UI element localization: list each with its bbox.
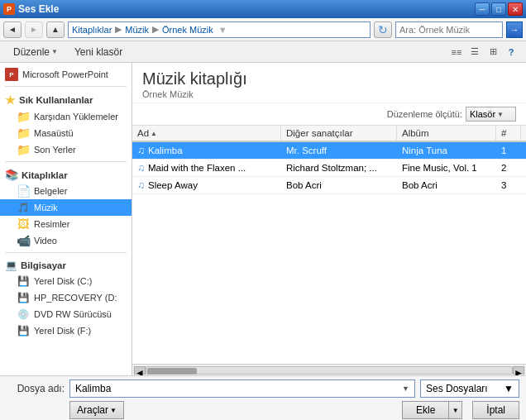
sort-dropdown-arrow: ▼ xyxy=(497,111,504,118)
refresh-button[interactable]: ↻ xyxy=(374,21,392,38)
filename-row: Dosya adı: Kalimba ▼ Ses Dosyaları ▼ xyxy=(7,379,519,398)
close-button[interactable]: ✕ xyxy=(508,2,523,16)
sidebar-item-powerpoint[interactable]: P Microsoft PowerPoint xyxy=(0,66,132,83)
add-dropdown-button[interactable]: ▼ xyxy=(449,401,462,419)
row-1-artist: Mr. Scruff xyxy=(281,142,397,159)
action-row: Araçlar ▼ Ekle ▼ İptal xyxy=(7,401,519,419)
sidebar-item-video[interactable]: 📹 Video xyxy=(0,232,132,249)
window-controls[interactable]: ─ □ ✕ xyxy=(475,2,523,16)
path-ornek-muzik[interactable]: Örnek Müzik xyxy=(162,25,213,35)
tools-button[interactable]: Araçlar ▼ xyxy=(69,401,124,419)
music-note-icon-3: ♫ xyxy=(137,179,145,191)
tools-button-group: Araçlar ▼ xyxy=(69,401,124,419)
col-album[interactable]: Albüm xyxy=(397,126,496,141)
address-box[interactable]: Kitaplıklar ▶ Müzik ▶ Örnek Müzik ▼ xyxy=(68,21,371,38)
computer-header[interactable]: 💻 Bilgisayar xyxy=(0,256,132,273)
sort-arrow-name: ▲ xyxy=(151,130,157,137)
tools-dropdown-arrow: ▼ xyxy=(110,407,117,414)
col-artist[interactable]: Diğer sanatçılar xyxy=(281,126,397,141)
muzik-icon: 🎵 xyxy=(17,201,30,214)
sidebar-item-recent[interactable]: 📁 Son Yerler xyxy=(0,141,132,158)
row-1-album: Ninja Tuna xyxy=(397,142,496,159)
address-bar: ◄ ► ▲ Kitaplıklar ▶ Müzik ▶ Örnek Müzik … xyxy=(0,18,526,41)
search-go-button[interactable]: → xyxy=(506,21,523,38)
music-note-icon-1: ♫ xyxy=(137,145,145,156)
sidebar-divider-1 xyxy=(5,86,127,87)
dvd-icon: 💿 xyxy=(17,308,30,321)
file-table: Ad ▲ Diğer sanatçılar Albüm # Başl xyxy=(132,126,526,364)
filename-dropdown-arrow: ▼ xyxy=(402,384,409,393)
filename-label: Dosya adı: xyxy=(7,383,65,394)
view-list-button[interactable]: ≡≡ xyxy=(448,44,465,60)
table-header: Ad ▲ Diğer sanatçılar Albüm # Başl xyxy=(132,126,526,142)
resimler-icon: 🖼 xyxy=(17,217,30,231)
sidebar-item-dvd[interactable]: 💿 DVD RW Sürücüsü xyxy=(0,306,132,322)
scroll-left-button[interactable]: ◄ xyxy=(134,366,146,375)
sidebar-item-f-drive[interactable]: 💾 Yerel Disk (F:) xyxy=(0,322,132,339)
path-kitapliklar[interactable]: Kitaplıklar xyxy=(72,25,112,35)
downloads-folder-icon: 📁 xyxy=(17,110,30,123)
sidebar-item-muzik[interactable]: 🎵 Müzik xyxy=(0,199,132,216)
content-area: Müzik kitaplığı Örnek Müzik Düzenleme öl… xyxy=(132,63,526,375)
scroll-thumb[interactable] xyxy=(147,368,197,375)
sidebar-item-c-drive[interactable]: 💾 Yerel Disk (C:) xyxy=(0,273,132,289)
path-muzik[interactable]: Müzik xyxy=(125,25,149,35)
video-icon: 📹 xyxy=(17,234,30,247)
libraries-header[interactable]: 📚 Kitaplıklar xyxy=(0,165,132,183)
filetype-select[interactable]: Ses Dosyaları ▼ xyxy=(420,379,519,398)
row-1-name: ♫ Kalimba xyxy=(132,142,281,159)
row-3-start: Slee xyxy=(521,177,526,193)
sidebar-divider-3 xyxy=(5,252,127,253)
row-2-start: Maid xyxy=(521,160,526,176)
horizontal-scrollbar[interactable]: ◄ ► xyxy=(132,364,526,375)
content-header: Müzik kitaplığı Örnek Müzik xyxy=(132,63,526,103)
table-row[interactable]: ♫ Kalimba Mr. Scruff Ninja Tuna 1 Kalim xyxy=(132,142,526,160)
up-button[interactable]: ▲ xyxy=(46,21,65,38)
back-button[interactable]: ◄ xyxy=(3,21,22,38)
favorites-header[interactable]: ★ Sık Kullanılanlar xyxy=(0,90,132,108)
sidebar-item-d-drive[interactable]: 💾 HP_RECOVERY (D: xyxy=(0,289,132,306)
main-area: P Microsoft PowerPoint ★ Sık Kullanılanl… xyxy=(0,63,526,375)
sidebar-item-desktop[interactable]: 📁 Masaüstü xyxy=(0,125,132,141)
cancel-button[interactable]: İptal xyxy=(472,401,519,419)
minimize-button[interactable]: ─ xyxy=(475,2,490,16)
window-title: Ses Ekle xyxy=(18,3,59,15)
d-drive-icon: 💾 xyxy=(17,291,30,304)
row-2-album: Fine Music, Vol. 1 xyxy=(397,160,496,176)
add-button-group: Ekle ▼ xyxy=(402,401,462,419)
table-row[interactable]: ♫ Sleep Away Bob Acri Bob Acri 3 Slee xyxy=(132,177,526,194)
view-grid-button[interactable]: ⊞ xyxy=(485,44,501,60)
maximize-button[interactable]: □ xyxy=(491,2,506,16)
new-folder-button[interactable]: Yeni klasör xyxy=(68,44,129,60)
sidebar-item-resimler[interactable]: 🖼 Resimler xyxy=(0,216,132,232)
favorites-icon: ★ xyxy=(5,93,16,107)
f-drive-icon: 💾 xyxy=(17,324,30,337)
sort-label: Düzenleme ölçütü: xyxy=(387,109,462,119)
forward-button[interactable]: ► xyxy=(25,21,43,38)
organize-dropdown-arrow: ▼ xyxy=(51,48,58,55)
scroll-right-button[interactable]: ► xyxy=(513,366,524,375)
filename-input[interactable]: Kalimba ▼ xyxy=(69,379,415,398)
sort-dropdown[interactable]: Klasör ▼ xyxy=(466,107,516,122)
row-1-start: Kalim xyxy=(521,142,526,159)
row-2-name: ♫ Maid with the Flaxen ... xyxy=(132,160,281,176)
music-note-icon-2: ♫ xyxy=(137,162,145,174)
help-button[interactable]: ? xyxy=(503,44,519,60)
col-name[interactable]: Ad ▲ xyxy=(132,126,281,141)
view-icons: ≡≡ ☰ ⊞ ? xyxy=(448,44,519,60)
col-start[interactable]: Başl xyxy=(521,126,526,141)
col-track[interactable]: # xyxy=(496,126,521,141)
view-details-button[interactable]: ☰ xyxy=(466,44,483,60)
add-button[interactable]: Ekle xyxy=(402,401,449,419)
scroll-track[interactable] xyxy=(146,366,513,375)
toolbar: Düzenle ▼ Yeni klasör ≡≡ ☰ ⊞ ? xyxy=(0,41,526,63)
app-icon: P xyxy=(3,3,15,15)
sidebar-item-belgeler[interactable]: 📄 Belgeler xyxy=(0,183,132,199)
sidebar-item-downloads[interactable]: 📁 Karşıdan Yüklemeler xyxy=(0,108,132,125)
table-row[interactable]: ♫ Maid with the Flaxen ... Richard Stolt… xyxy=(132,160,526,177)
row-3-artist: Bob Acri xyxy=(281,177,397,193)
organize-button[interactable]: Düzenle ▼ xyxy=(7,44,65,60)
content-subtitle: Örnek Müzik xyxy=(142,89,516,99)
search-box[interactable] xyxy=(395,21,503,38)
search-input[interactable] xyxy=(399,25,499,35)
